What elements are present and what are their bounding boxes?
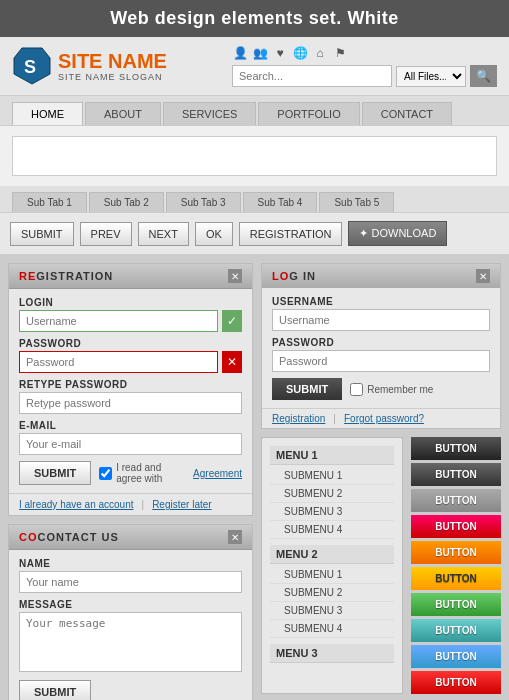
nav-tab-contact[interactable]: CONTACT xyxy=(362,102,452,125)
contact-submit-button[interactable]: SUBMIT xyxy=(19,680,91,700)
contact-title: COCONTACT US xyxy=(19,531,119,543)
name-label: NAME xyxy=(19,558,242,569)
color-btn-teal[interactable]: BUTTON xyxy=(411,619,501,642)
content-box xyxy=(12,136,497,176)
color-btn-blue[interactable]: BUTTON xyxy=(411,645,501,668)
sub-tab-3[interactable]: Sub Tab 3 xyxy=(166,192,241,212)
title-rest: GISTRATION xyxy=(36,270,113,282)
registration-button[interactable]: REGISTRATION xyxy=(239,222,343,246)
menu-2-item-1[interactable]: SUBMENU 1 xyxy=(270,566,394,584)
menu-1-item-1[interactable]: SUBMENU 1 xyxy=(270,467,394,485)
menu-2-item-3[interactable]: SUBMENU 3 xyxy=(270,602,394,620)
globe-icon[interactable]: 🌐 xyxy=(292,45,308,61)
menu-3-title: MENU 3 xyxy=(270,644,394,663)
email-input[interactable] xyxy=(19,433,242,455)
main-content: REGISTRATION ✕ LOGIN ✓ PASSWORD ✕ xyxy=(0,255,509,700)
bottom-row: MENU 1 SUBMENU 1 SUBMENU 2 SUBMENU 3 SUB… xyxy=(261,437,501,694)
header: S SITE NAME SITE NAME SLOGAN 👤 👥 ♥ 🌐 ⌂ ⚑… xyxy=(0,37,509,96)
login-username-label: USERNAME xyxy=(272,296,490,307)
login-title: LOG IN xyxy=(272,270,316,282)
logo-text-area: SITE NAME SITE NAME SLOGAN xyxy=(58,50,167,82)
color-btn-green[interactable]: BUTTON xyxy=(411,593,501,616)
name-input[interactable] xyxy=(19,571,242,593)
menu-1-item-4[interactable]: SUBMENU 4 xyxy=(270,521,394,539)
sub-tabs: Sub Tab 1 Sub Tab 2 Sub Tab 3 Sub Tab 4 … xyxy=(12,192,497,212)
menu-1-item-3[interactable]: SUBMENU 3 xyxy=(270,503,394,521)
login-close-button[interactable]: ✕ xyxy=(476,269,490,283)
menu-1-item-2[interactable]: SUBMENU 2 xyxy=(270,485,394,503)
registration-panel-header: REGISTRATION ✕ xyxy=(9,264,252,289)
login-username-input[interactable] xyxy=(272,309,490,331)
submit-button[interactable]: SUBMIT xyxy=(10,222,74,246)
registration-footer: I already have an account | Register lat… xyxy=(9,493,252,515)
sub-tab-5[interactable]: Sub Tab 5 xyxy=(319,192,394,212)
search-button[interactable]: 🔍 xyxy=(470,65,497,87)
have-account-link[interactable]: I already have an account xyxy=(19,499,134,510)
top-banner: Web design elements set. White xyxy=(0,0,509,37)
home-icon[interactable]: ⌂ xyxy=(312,45,328,61)
search-input[interactable] xyxy=(232,65,392,87)
retype-label: RETYPE PASSWORD xyxy=(19,379,242,390)
color-btn-gray[interactable]: BUTTON xyxy=(411,489,501,512)
agreement-checkbox[interactable] xyxy=(99,467,112,480)
menu-2-item-4[interactable]: SUBMENU 4 xyxy=(270,620,394,638)
reg-submit-button[interactable]: SUBMIT xyxy=(19,461,91,485)
message-textarea[interactable] xyxy=(19,612,242,672)
person-icon[interactable]: 👤 xyxy=(232,45,248,61)
nav-tab-home[interactable]: HOME xyxy=(12,102,83,125)
login-password-input[interactable] xyxy=(272,350,490,372)
login-username-group: USERNAME xyxy=(272,296,490,331)
flag-icon[interactable]: ⚑ xyxy=(332,45,348,61)
registration-close-button[interactable]: ✕ xyxy=(228,269,242,283)
color-btn-yellow[interactable]: BUTTON xyxy=(411,567,501,590)
search-select[interactable]: All Files... Images Videos xyxy=(396,66,466,87)
retype-input[interactable] xyxy=(19,392,242,414)
menu-2-item-2[interactable]: SUBMENU 2 xyxy=(270,584,394,602)
login-password-label: PASSWORD xyxy=(272,337,490,348)
next-button[interactable]: NEXT xyxy=(138,222,189,246)
reg-submit-row: SUBMIT I read and agree with Agreement xyxy=(19,461,242,485)
logo-area: S SITE NAME SITE NAME SLOGAN xyxy=(12,46,167,86)
contact-close-button[interactable]: ✕ xyxy=(228,530,242,544)
color-btn-pink[interactable]: BUTTON xyxy=(411,515,501,538)
menu-panel: MENU 1 SUBMENU 1 SUBMENU 2 SUBMENU 3 SUB… xyxy=(261,437,403,694)
nav-tab-services[interactable]: SERVICES xyxy=(163,102,256,125)
login-registration-link[interactable]: Registration xyxy=(272,413,325,424)
sub-tab-4[interactable]: Sub Tab 4 xyxy=(243,192,318,212)
register-later-link[interactable]: Register later xyxy=(152,499,211,510)
ok-button[interactable]: OK xyxy=(195,222,233,246)
color-btn-dark[interactable]: BUTTON xyxy=(411,463,501,486)
remember-checkbox[interactable] xyxy=(350,383,363,396)
remember-row: Remember me xyxy=(350,383,433,396)
nav-tabs: HOME ABOUT SERVICES PORTFOLIO CONTACT xyxy=(12,102,497,125)
nav-tab-about[interactable]: ABOUT xyxy=(85,102,161,125)
forgot-password-link[interactable]: Forgot password? xyxy=(344,413,424,424)
login-valid-icon: ✓ xyxy=(222,310,242,332)
contact-title-rest: CONTACT US xyxy=(38,531,119,543)
download-button[interactable]: ✦ DOWNLOAD xyxy=(348,221,447,246)
login-password-group: PASSWORD xyxy=(272,337,490,372)
agreement-link[interactable]: Agreement xyxy=(193,468,242,479)
prev-button[interactable]: PREV xyxy=(80,222,132,246)
login-input[interactable] xyxy=(19,310,218,332)
action-bar: SUBMIT PREV NEXT OK REGISTRATION ✦ DOWNL… xyxy=(0,212,509,255)
color-btn-black[interactable]: BUTTON xyxy=(411,437,501,460)
color-btn-red[interactable]: BUTTON xyxy=(411,671,501,694)
sub-tab-1[interactable]: Sub Tab 1 xyxy=(12,192,87,212)
nav-area: HOME ABOUT SERVICES PORTFOLIO CONTACT xyxy=(0,96,509,125)
search-bar: All Files... Images Videos 🔍 xyxy=(232,65,497,87)
color-btn-orange[interactable]: BUTTON xyxy=(411,541,501,564)
login-label: LOGIN xyxy=(19,297,242,308)
login-submit-button[interactable]: SUBMIT xyxy=(272,378,342,400)
person2-icon[interactable]: 👥 xyxy=(252,45,268,61)
menu-2-title: MENU 2 xyxy=(270,545,394,564)
content-area xyxy=(0,125,509,186)
heart-icon[interactable]: ♥ xyxy=(272,45,288,61)
email-label: E-MAIL xyxy=(19,420,242,431)
banner-text-normal: Web design elements set. xyxy=(110,8,347,28)
svg-text:S: S xyxy=(24,57,36,77)
nav-tab-portfolio[interactable]: PORTFOLIO xyxy=(258,102,359,125)
password-field-group: PASSWORD ✕ xyxy=(19,338,242,373)
sub-tab-2[interactable]: Sub Tab 2 xyxy=(89,192,164,212)
password-input[interactable] xyxy=(19,351,218,373)
